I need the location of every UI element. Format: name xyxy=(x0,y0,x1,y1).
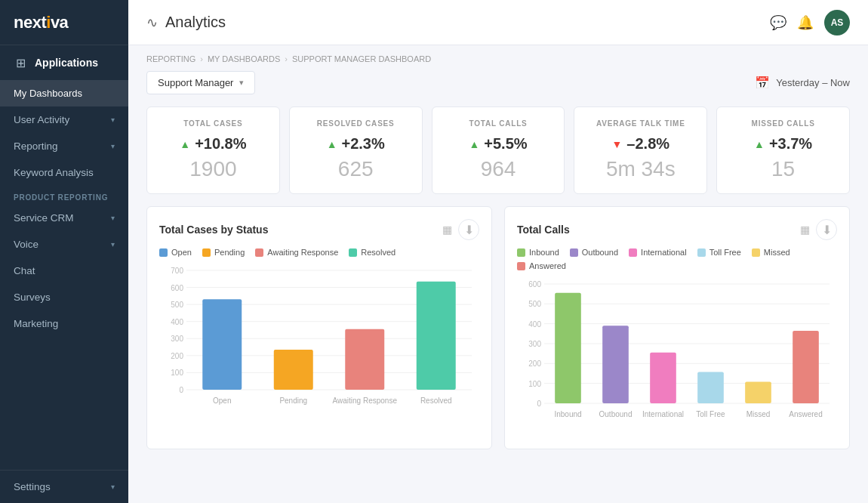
svg-text:300: 300 xyxy=(528,340,541,348)
bar xyxy=(274,350,313,390)
breadcrumb: REPORTING › MY DASHBOARDS › SUPPORT MANA… xyxy=(146,45,850,71)
legend-color xyxy=(629,248,637,257)
chevron-icon: ▾ xyxy=(111,240,115,248)
bar xyxy=(793,331,819,403)
bar xyxy=(345,329,384,390)
bar-chart-svg: 6005004003002001000InboundOutboundIntern… xyxy=(517,278,837,421)
svg-text:100: 100 xyxy=(528,380,541,388)
sidebar-item-surveys[interactable]: Surveys xyxy=(0,284,128,310)
sidebar-item-label: Reporting xyxy=(14,140,58,152)
chat-icon-button[interactable]: 💬 xyxy=(770,14,786,31)
chevron-icon: ▾ xyxy=(111,214,115,222)
kpi-card-2: TOTAL CALLS ▲ +5.5% 964 xyxy=(432,106,565,194)
legend-label: Pending xyxy=(214,248,245,257)
chart-legend: InboundOutboundInternationalToll FreeMis… xyxy=(517,248,837,270)
sidebar-item-applications[interactable]: ⊞ Applications xyxy=(0,45,128,80)
settings-label: Settings xyxy=(14,481,51,492)
chevron-icon: ▾ xyxy=(111,483,115,491)
sidebar-item-reporting[interactable]: Reporting ▾ xyxy=(0,133,128,159)
legend-label: Missed xyxy=(764,248,790,257)
svg-text:500: 500 xyxy=(528,300,541,308)
sidebar-nav: ⊞ Applications My Dashboards User Activi… xyxy=(0,45,128,470)
arrow-up-icon: ▲ xyxy=(469,138,479,150)
notifications-icon-button[interactable]: 🔔 xyxy=(797,14,814,31)
legend-item: Resolved xyxy=(349,248,396,257)
arrow-up-icon: ▲ xyxy=(754,138,765,150)
legend-color xyxy=(752,248,760,257)
sidebar-item-my-dashboards[interactable]: My Dashboards xyxy=(0,80,128,106)
sidebar: nextiva ⊞ Applications My Dashboards Use… xyxy=(0,0,128,503)
kpi-label: MISSED CALLS xyxy=(752,119,815,128)
charts-row: Total Cases by Status ▦ ⬇ OpenPendingAwa… xyxy=(146,206,850,449)
legend-color xyxy=(697,248,706,257)
bar xyxy=(697,372,724,403)
bar-label: Toll Free xyxy=(696,410,725,418)
legend-color xyxy=(255,248,263,257)
sidebar-item-voice[interactable]: Voice ▾ xyxy=(0,231,128,258)
kpi-percent: –2.8% xyxy=(626,135,669,153)
arrow-up-icon: ▲ xyxy=(327,138,337,150)
breadcrumb-dashboards[interactable]: MY DASHBOARDS xyxy=(208,54,280,63)
bar-label: International xyxy=(642,410,684,418)
kpi-percent: +5.5% xyxy=(484,135,527,153)
bar-label: Outbound xyxy=(599,410,633,418)
sidebar-item-keyword-analysis[interactable]: Keyword Analysis xyxy=(0,159,128,186)
calendar-icon: 📅 xyxy=(755,76,770,90)
kpi-card-3: AVERAGE TALK TIME ▼ –2.8% 5m 34s xyxy=(574,106,707,194)
sidebar-item-label: My Dashboards xyxy=(14,88,82,99)
logo-text: nextiva xyxy=(14,13,68,32)
download-button[interactable]: ⬇ xyxy=(816,219,837,240)
kpi-percent: +3.7% xyxy=(769,135,812,153)
bar xyxy=(602,326,629,403)
legend-item: International xyxy=(629,248,687,257)
breadcrumb-reporting[interactable]: REPORTING xyxy=(146,54,195,63)
chart-area: 7006005004003002001000OpenPendingAwaitin… xyxy=(159,264,479,437)
kpi-percent: +10.8% xyxy=(195,135,246,153)
download-button[interactable]: ⬇ xyxy=(458,219,479,240)
svg-text:600: 600 xyxy=(171,284,183,292)
chevron-icon: ▾ xyxy=(111,116,115,124)
kpi-card-0: TOTAL CASES ▲ +10.8% 1900 xyxy=(146,106,280,194)
bar-label: Missed xyxy=(746,410,771,418)
legend-label: Awaiting Response xyxy=(267,248,338,257)
breadcrumb-current: SUPPORT MANAGER DASHBOARD xyxy=(292,54,431,63)
sidebar-item-settings[interactable]: Settings ▾ xyxy=(0,471,128,503)
svg-text:700: 700 xyxy=(171,267,183,275)
sidebar-item-label: Keyword Analysis xyxy=(14,167,94,178)
kpi-value: 15 xyxy=(771,157,795,181)
kpi-label: AVERAGE TALK TIME xyxy=(596,119,685,128)
bar-chart-icon: ▦ xyxy=(442,224,452,236)
avatar[interactable]: AS xyxy=(824,10,850,35)
legend-label: Open xyxy=(171,248,192,257)
logo: nextiva xyxy=(0,0,128,45)
kpi-card-4: MISSED CALLS ▲ +3.7% 15 xyxy=(716,106,850,194)
kpi-value: 625 xyxy=(338,157,374,181)
toolbar-row: Support Manager ▾ 📅 Yesterday – Now xyxy=(146,71,850,94)
content-area: REPORTING › MY DASHBOARDS › SUPPORT MANA… xyxy=(128,45,868,503)
sidebar-item-chat[interactable]: Chat xyxy=(0,258,128,284)
legend-label: Resolved xyxy=(361,248,396,257)
kpi-label: TOTAL CALLS xyxy=(469,119,527,128)
dropdown-arrow-icon: ▾ xyxy=(239,78,244,88)
date-range-label: Yesterday – Now xyxy=(776,77,850,88)
dropdown-value: Support Manager xyxy=(158,77,233,88)
chart-total-cases: Total Cases by Status ▦ ⬇ OpenPendingAwa… xyxy=(146,206,492,449)
svg-text:400: 400 xyxy=(528,320,541,329)
sidebar-item-service-crm[interactable]: Service CRM ▾ xyxy=(0,205,128,231)
sidebar-item-marketing[interactable]: Marketing xyxy=(0,310,128,337)
legend-item: Open xyxy=(159,248,192,257)
dashboard-dropdown[interactable]: Support Manager ▾ xyxy=(146,71,255,94)
bar xyxy=(417,282,456,390)
sidebar-item-label: Voice xyxy=(14,239,38,250)
sidebar-item-user-activity[interactable]: User Activity ▾ xyxy=(0,106,128,133)
sidebar-item-label: Surveys xyxy=(14,292,51,303)
legend-item: Pending xyxy=(202,248,245,257)
kpi-value: 1900 xyxy=(189,157,236,181)
svg-text:200: 200 xyxy=(171,352,183,360)
analytics-icon: ∿ xyxy=(146,14,158,31)
date-range-selector[interactable]: 📅 Yesterday – Now xyxy=(755,76,850,90)
svg-text:0: 0 xyxy=(179,386,183,394)
svg-text:400: 400 xyxy=(171,318,183,326)
kpi-change: ▼ –2.8% xyxy=(612,135,670,153)
kpi-label: TOTAL CASES xyxy=(183,119,242,128)
